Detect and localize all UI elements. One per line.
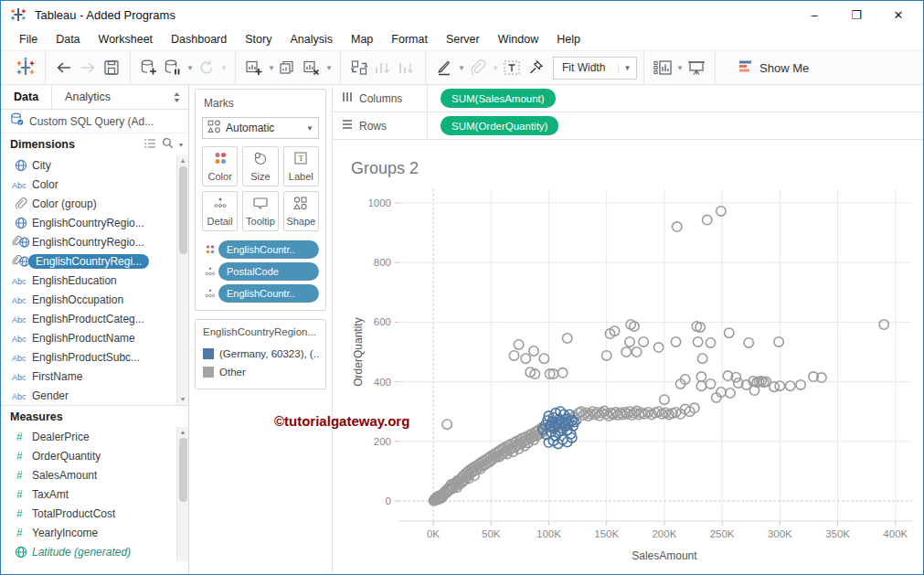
data-point[interactable]: [706, 338, 715, 347]
menu-data[interactable]: Data: [47, 30, 89, 48]
dimension-firstname[interactable]: AbcFirstName: [1, 367, 188, 386]
dimension-englishproductname[interactable]: AbcEnglishProductName: [1, 328, 188, 347]
measure-dealerprice[interactable]: #DealerPrice: [1, 427, 188, 446]
dimension-englisheducation[interactable]: AbcEnglishEducation: [1, 271, 188, 290]
data-point[interactable]: [879, 320, 888, 329]
dimension-englishproductsubc[interactable]: AbcEnglishProductSubc...: [1, 347, 188, 367]
marks-pill-englishcountr[interactable]: EnglishCountr..: [218, 240, 319, 259]
dimension-englishproductcateg[interactable]: AbcEnglishProductCateg...: [1, 309, 188, 328]
new-datasource-button[interactable]: [137, 55, 161, 80]
data-point[interactable]: [539, 354, 548, 363]
data-point[interactable]: [717, 207, 726, 216]
measure-salesamount[interactable]: #SalesAmount: [1, 465, 188, 484]
maximize-button[interactable]: ❒: [835, 1, 877, 28]
dimension-englishcountryregio[interactable]: EnglishCountryRegio...: [1, 213, 188, 232]
data-point[interactable]: [442, 420, 451, 429]
measure-taxamt[interactable]: #TaxAmt: [1, 484, 188, 504]
data-point[interactable]: [625, 337, 634, 346]
pause-updates-button[interactable]: [161, 55, 185, 80]
legend-item[interactable]: Other: [203, 363, 318, 381]
measure-totalproductcost[interactable]: #TotalProductCost: [1, 504, 188, 523]
y-axis-title[interactable]: OrderQuantity: [352, 317, 365, 386]
undo-button[interactable]: [52, 55, 76, 80]
data-point[interactable]: [703, 215, 712, 224]
mark-type-dropdown[interactable]: Automatic ▼: [202, 117, 319, 139]
tooltip-button[interactable]: Tooltip: [242, 191, 278, 231]
menu-map[interactable]: Map: [342, 30, 382, 48]
columns-shelf[interactable]: Columns SUM(SalesAmount): [333, 85, 923, 112]
data-point[interactable]: [529, 346, 538, 356]
measures-scrollbar[interactable]: ▲: [176, 427, 188, 561]
menu-file[interactable]: File: [10, 30, 47, 48]
data-point[interactable]: [632, 347, 641, 357]
marks-pill-englishcountr[interactable]: EnglishCountr..: [218, 284, 319, 303]
search-icon[interactable]: [162, 136, 174, 153]
menu-analysis[interactable]: Analysis: [281, 30, 342, 48]
marks-pill-postalcode[interactable]: PostalCode: [218, 262, 319, 281]
data-point[interactable]: [563, 334, 572, 343]
presentation-mode-button[interactable]: [685, 55, 708, 80]
shape-button[interactable]: Shape: [283, 191, 319, 231]
show-mark-labels-button[interactable]: [500, 55, 524, 80]
legend-item[interactable]: (Germany, 60323), (..: [203, 345, 318, 363]
clear-sheet-caret-icon[interactable]: ▼: [324, 64, 334, 72]
datasource-row[interactable]: Custom SQL Query (Ad...: [1, 110, 188, 133]
data-point[interactable]: [673, 222, 682, 231]
show-me-button[interactable]: Show Me: [738, 59, 809, 77]
dimension-gender[interactable]: AbcGender: [1, 386, 188, 405]
dimension-englishcountryregio[interactable]: EnglishCountryRegio...: [1, 232, 188, 251]
data-point[interactable]: [653, 343, 663, 352]
scatter-chart[interactable]: 0K50K100K150K200K250K300K350K400K0200400…: [333, 141, 924, 574]
size-button[interactable]: Size: [242, 146, 278, 186]
rows-shelf[interactable]: Rows SUM(OrderQuantity): [333, 112, 923, 140]
close-button[interactable]: ✕: [877, 1, 919, 28]
data-point[interactable]: [639, 337, 648, 346]
menu-worksheet[interactable]: Worksheet: [90, 30, 163, 48]
minimize-button[interactable]: –: [793, 1, 835, 28]
data-point[interactable]: [630, 322, 639, 331]
label-button[interactable]: TLabel: [283, 146, 319, 186]
measure-yearlyincome[interactable]: #YearlyIncome: [1, 523, 188, 542]
show-hide-cards-caret-icon[interactable]: ▼: [675, 64, 685, 72]
tab-data[interactable]: Data: [1, 85, 52, 109]
dimension-englishoccupation[interactable]: AbcEnglishOccupation: [1, 290, 188, 309]
dimension-englishcountryregi[interactable]: EnglishCountryRegi...: [1, 251, 188, 271]
highlight-caret-icon[interactable]: ▼: [457, 64, 466, 72]
swap-rows-columns-button[interactable]: [347, 55, 371, 80]
detail-button[interactable]: Detail: [202, 191, 238, 231]
data-point[interactable]: [725, 328, 734, 337]
tab-analytics[interactable]: Analytics: [52, 85, 123, 109]
data-point[interactable]: [696, 372, 706, 381]
duplicate-sheet-button[interactable]: [276, 55, 300, 80]
fix-axes-button[interactable]: [524, 55, 547, 80]
data-point[interactable]: [693, 337, 702, 346]
show-hide-cards-button[interactable]: [651, 55, 674, 80]
menu-help[interactable]: Help: [547, 30, 589, 48]
menu-story[interactable]: Story: [236, 30, 281, 48]
menu-dashboard[interactable]: Dashboard: [162, 30, 236, 48]
new-worksheet-caret-icon[interactable]: ▼: [267, 64, 276, 72]
measure-latitude-generated[interactable]: Latitude (generated): [1, 542, 188, 561]
data-point[interactable]: [558, 368, 567, 378]
new-worksheet-button[interactable]: [242, 55, 266, 80]
x-axis-title[interactable]: SalesAmount: [632, 549, 697, 562]
color-button[interactable]: Color: [202, 146, 238, 186]
menu-server[interactable]: Server: [437, 30, 489, 48]
save-button[interactable]: [100, 55, 123, 80]
dimensions-scrollbar[interactable]: ▲▼: [176, 155, 188, 405]
data-point[interactable]: [671, 337, 680, 346]
pause-updates-caret-icon[interactable]: ▼: [186, 64, 195, 72]
data-point[interactable]: [774, 337, 783, 346]
data-point[interactable]: [514, 340, 523, 349]
toolbar-tableau-icon[interactable]: [13, 55, 38, 80]
data-point[interactable]: [744, 338, 753, 347]
data-point[interactable]: [509, 351, 518, 360]
rows-pill-sum-orderquantity[interactable]: SUM(OrderQuantity): [441, 116, 558, 135]
data-point[interactable]: [706, 379, 715, 389]
measure-orderquantity[interactable]: #OrderQuantity: [1, 446, 188, 465]
columns-pill-sum-salesamount[interactable]: SUM(SalesAmount): [441, 89, 556, 108]
data-point[interactable]: [786, 381, 795, 390]
view-list-icon[interactable]: [143, 136, 156, 153]
dimensions-menu-caret-icon[interactable]: ▾: [179, 141, 183, 149]
clear-sheet-button[interactable]: [300, 55, 324, 80]
